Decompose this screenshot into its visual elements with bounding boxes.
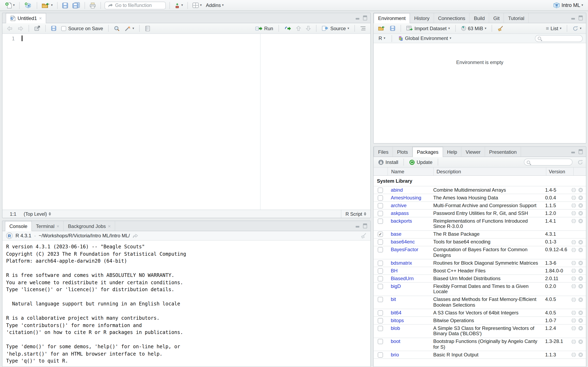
globe-icon[interactable] [571,268,576,273]
remove-package-icon[interactable] [578,247,583,252]
tab-help[interactable]: Help [443,147,461,157]
remove-package-icon[interactable] [578,268,583,273]
package-checkbox[interactable] [378,187,383,193]
file-type-selector[interactable]: R Script [341,210,370,218]
tab-plots[interactable]: Plots [393,147,412,157]
package-checkbox[interactable] [378,239,383,245]
go-to-previous-section-button[interactable] [294,25,303,31]
tab-connections[interactable]: Connections [434,13,470,23]
globe-icon[interactable] [571,211,576,216]
minimize-pane-icon[interactable] [356,16,360,20]
print-button[interactable] [88,1,98,9]
update-button[interactable]: Update [408,159,434,165]
package-checkbox[interactable] [378,310,383,315]
new-project-button[interactable]: R [22,1,34,9]
tab-tutorial[interactable]: Tutorial [504,13,529,23]
globe-icon[interactable] [571,310,576,315]
tab-viewer[interactable]: Viewer [462,147,485,157]
remove-package-icon[interactable] [578,276,583,281]
package-checkbox[interactable] [378,247,383,252]
forward-button[interactable] [16,25,25,31]
tab-background-jobs[interactable]: Background Jobs × [64,221,115,231]
addins-button[interactable]: Addins ▾ [204,2,225,9]
remove-package-icon[interactable] [578,284,583,289]
package-name-link[interactable]: AmesHousing [391,195,433,201]
rerun-button[interactable] [283,25,293,31]
tab-console[interactable]: Console [5,221,32,231]
header-name[interactable]: Name [388,167,433,175]
package-checkbox[interactable] [378,218,383,224]
package-name-link[interactable]: bit64 [391,310,433,316]
package-checkbox[interactable] [378,339,383,344]
install-button[interactable]: Install [376,159,400,165]
source-button[interactable]: Source ▾ [320,25,351,32]
package-name-link[interactable]: BH [391,268,433,274]
package-checkbox[interactable] [378,325,383,331]
refresh-packages-icon[interactable] [577,159,583,165]
package-name-link[interactable]: base64enc [391,239,433,245]
tab-git[interactable]: Git [489,13,504,23]
show-in-new-window-button[interactable] [33,25,42,31]
version-control-button[interactable]: ▾ [173,1,185,9]
remove-package-icon[interactable] [578,352,583,357]
environment-scope-selector[interactable]: Global Environment ▾ [396,35,453,42]
minimize-pane-icon[interactable] [571,16,576,20]
project-menu-button[interactable]: R Intro ML ▾ [551,1,585,9]
import-dataset-button[interactable]: Import Dataset ▾ [405,25,451,32]
save-source-button[interactable] [49,25,58,31]
save-all-button[interactable] [71,1,82,9]
goto-file-input[interactable] [115,3,159,8]
maximize-pane-icon[interactable] [579,149,583,154]
tab-files[interactable]: Files [374,147,393,157]
package-name-link[interactable]: base [391,232,433,237]
globe-icon[interactable] [571,218,576,224]
remove-package-icon[interactable] [578,195,583,200]
package-checkbox[interactable] [378,352,383,358]
packages-search-input[interactable] [532,160,565,165]
package-checkbox[interactable] [378,284,383,289]
save-button[interactable] [61,1,70,9]
globe-icon[interactable] [571,195,576,200]
tab-packages[interactable]: Packages [412,147,443,157]
clear-environment-button[interactable] [496,25,505,32]
back-button[interactable] [5,25,14,31]
package-name-link[interactable]: blob [391,325,433,331]
memory-usage-button[interactable]: 63 MiB ▾ [459,25,488,32]
open-in-window-icon[interactable] [133,234,138,238]
maximize-pane-icon[interactable] [579,16,583,20]
package-checkbox[interactable]: ✓ [378,232,383,237]
package-checkbox[interactable] [378,195,383,200]
package-name-link[interactable]: backports [391,218,433,224]
globe-icon[interactable] [571,284,576,289]
header-description[interactable]: Description [433,167,546,175]
tab-presentation[interactable]: Presentation [485,147,521,157]
workspace-panes-button[interactable]: ▾ [191,2,203,9]
package-checkbox[interactable] [378,297,383,302]
open-file-button[interactable]: ▾ [40,1,54,9]
globe-icon[interactable] [571,276,576,281]
package-name-link[interactable]: bitops [391,318,433,323]
globe-icon[interactable] [571,261,576,266]
globe-icon[interactable] [571,188,576,192]
globe-icon[interactable] [571,203,576,208]
clear-console-icon[interactable] [361,233,367,239]
remove-package-icon[interactable] [578,310,583,315]
code-editor[interactable]: 1 [2,34,370,210]
source-on-save-toggle[interactable]: Source on Save [60,25,105,32]
package-name-link[interactable]: archive [391,203,433,208]
package-name-link[interactable]: boot [391,339,433,344]
package-name-link[interactable]: abind [391,187,433,193]
minimize-pane-icon[interactable] [356,224,360,228]
maximize-pane-icon[interactable] [363,224,367,228]
language-selector[interactable]: R ▾ [377,35,387,42]
globe-icon[interactable] [571,297,576,302]
tab-build[interactable]: Build [470,13,489,23]
scope-selector[interactable]: (Top Level) [24,211,51,216]
package-checkbox[interactable] [378,203,383,208]
minimize-pane-icon[interactable] [571,149,576,154]
tab-terminal[interactable]: Terminal × [32,221,64,231]
remove-package-icon[interactable] [578,326,583,331]
find-replace-button[interactable] [112,25,121,32]
remove-package-icon[interactable] [578,203,583,208]
remove-package-icon[interactable] [578,188,583,192]
